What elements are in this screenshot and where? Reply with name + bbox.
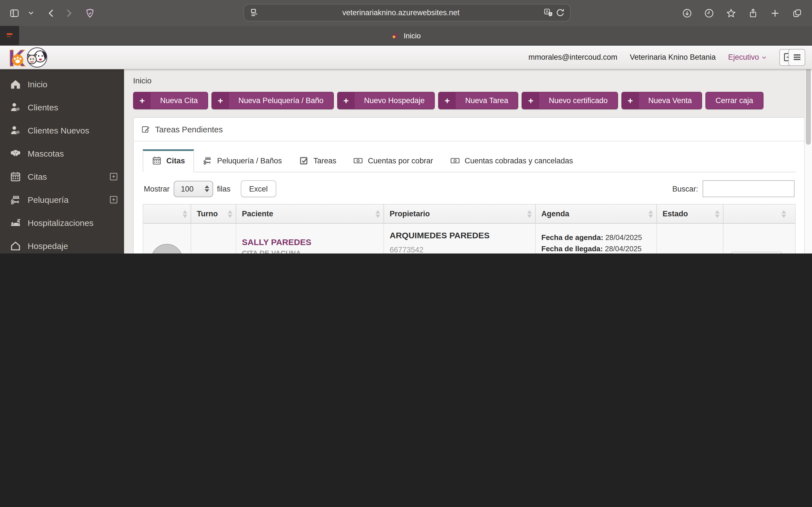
tab-peluqueria-banos[interactable]: Peluquería / Baños (194, 149, 290, 172)
role-dropdown[interactable]: Ejecutivo (728, 53, 767, 61)
table-controls: Mostrar 100 filas Excel Buscar: (144, 180, 795, 197)
screen: veterinariaknino.azurewebsites.net Ax (0, 0, 812, 253)
search-label: Buscar: (672, 184, 698, 193)
citas-table: Turno Paciente Propietario Agenda Estado (143, 204, 796, 253)
excel-button[interactable]: Excel (241, 180, 276, 197)
grooming-icon (10, 194, 21, 206)
address-bar[interactable]: veterinariaknino.azurewebsites.net Ax (244, 4, 571, 21)
tab-citas[interactable]: Citas (143, 149, 194, 172)
col-propietario[interactable]: Propietario (384, 205, 536, 223)
table-row: 01 SALLY PAREDES CITA DE VACUNA Doctor: … (143, 224, 795, 253)
sort-icon (183, 210, 187, 218)
col-opciones[interactable] (723, 205, 790, 223)
action-button-nueva-tarea[interactable]: + Nueva Tarea (438, 92, 518, 109)
patient-name-link[interactable]: SALLY PAREDES (242, 237, 378, 246)
chevron-down-icon[interactable] (22, 4, 40, 21)
plus-icon: + (622, 93, 639, 109)
plus-icon: + (522, 93, 539, 109)
sidebar-item-hospedaje[interactable]: Hospedaje + (0, 234, 124, 253)
reader-icon[interactable] (249, 7, 260, 18)
page-size-select[interactable]: 100 (174, 180, 213, 197)
new-tab-icon[interactable] (766, 4, 783, 21)
appointment-type: CITA DE VACUNA (242, 249, 378, 253)
svg-text:1: 1 (454, 159, 456, 162)
menu-button[interactable] (788, 49, 805, 66)
action-button-nueva-venta[interactable]: + Nueva Venta (621, 92, 702, 109)
app-logo[interactable]: K (7, 46, 54, 68)
show-label: Mostrar (144, 184, 170, 193)
opciones-button[interactable]: Opciones (730, 251, 782, 253)
expand-plus-icon[interactable]: + (110, 173, 117, 180)
page-scrollbar[interactable] (804, 46, 812, 253)
calendar-icon (152, 156, 162, 166)
expand-plus-icon[interactable]: + (110, 196, 117, 203)
action-button-cerrar-caja[interactable]: + Cerrar caja (705, 92, 763, 109)
translate-icon[interactable]: Ax (542, 6, 554, 19)
tab-cuentas-por-cobrar[interactable]: 1 Cuentas por cobrar (345, 149, 442, 172)
sort-icon (375, 210, 380, 218)
tab-overview-icon[interactable] (788, 4, 805, 21)
breadcrumb: Inicio (133, 76, 812, 85)
sidebar-item-hospitalizaciones[interactable]: Hospitalizaciones + (0, 211, 124, 234)
history-icon[interactable] (700, 4, 717, 21)
downloads-icon[interactable] (678, 4, 695, 21)
home-icon (10, 78, 21, 90)
svg-text:x: x (550, 12, 551, 15)
sidebar-item-clientes[interactable]: $ Clientes + (0, 96, 124, 119)
tab-cuentas-cobradas-y-canceladas[interactable]: 1 Cuentas cobradas y canceladas (442, 149, 581, 172)
plus-icon: + (439, 93, 456, 109)
cash-icon: 1 (450, 156, 460, 166)
action-button-nueva-cita[interactable]: + Nueva Cita (133, 92, 208, 109)
favicon-k: K (391, 31, 400, 40)
sidebar-item-label: Clientes Nuevos (28, 126, 89, 135)
tasks-icon (299, 156, 309, 166)
svg-text:$: $ (17, 108, 19, 111)
arrival-date: Fecha de llegada: 28/04/2025 07:49 AM (541, 243, 651, 253)
share-icon[interactable] (744, 4, 761, 21)
sort-icon (649, 210, 653, 218)
reload-icon[interactable] (554, 7, 566, 18)
action-button-nuevo-hospedaje[interactable]: + Nuevo Hospedaje (337, 92, 435, 109)
col-agenda[interactable]: Agenda (536, 205, 657, 223)
col-turno[interactable]: Turno (191, 205, 236, 223)
action-button-nuevo-certificado[interactable]: + Nuevo certificado (522, 92, 618, 109)
clients-icon: $ (10, 124, 21, 136)
tab-strip: Citas Peluquería / Baños Tareas 1 Cuenta… (143, 149, 796, 172)
tab-tareas[interactable]: Tareas (290, 149, 345, 172)
edit-icon (141, 124, 151, 134)
owner-name: ARQUIMEDES PAREDES (390, 230, 529, 240)
sidebar: Inicio + $ Clientes + $ Clientes Nuevos … (0, 69, 124, 253)
sidebar-item-label: Hospitalizaciones (28, 218, 93, 228)
col-avatar[interactable] (143, 205, 191, 223)
shield-extension-icon[interactable] (81, 4, 98, 21)
sidebar-item-mascotas[interactable]: Mascotas + (0, 142, 124, 165)
sidebar-toggle-icon[interactable] (6, 4, 22, 21)
sidebar-item-inicio[interactable]: Inicio + (0, 73, 124, 96)
sidebar-item-citas[interactable]: Citas + (0, 165, 124, 188)
forward-icon[interactable] (60, 4, 77, 21)
browser-tab-inicio[interactable]: K Inicio (0, 26, 812, 45)
sort-icon (228, 210, 232, 218)
browser-tab-title: Inicio (404, 31, 421, 40)
col-estado[interactable]: Estado (657, 205, 723, 223)
svg-text:1: 1 (357, 159, 359, 162)
panel-title: Tareas Pendientes (155, 125, 223, 134)
company-name: Veterinaria Knino Betania (630, 53, 716, 61)
sidebar-item-clientes-nuevos[interactable]: $ Clientes Nuevos + (0, 119, 124, 142)
hospital-icon (10, 217, 21, 229)
bookmarks-star-icon[interactable] (722, 4, 739, 21)
rows-label: filas (217, 184, 231, 193)
pet-avatar (151, 244, 183, 253)
svg-text:$: $ (17, 131, 19, 134)
plus-icon: + (134, 93, 151, 109)
sidebar-item-peluqueria[interactable]: Peluquería + (0, 188, 124, 211)
cash-icon: 1 (353, 156, 363, 166)
back-icon[interactable] (43, 4, 60, 21)
stepper-icon (205, 185, 209, 192)
sort-icon (715, 210, 719, 218)
col-paciente[interactable]: Paciente (236, 205, 384, 223)
action-button-nueva-peluqueria-bano[interactable]: + Nueva Peluquería / Baño (211, 92, 334, 109)
agenda-date: Fecha de agenda: 28/04/2025 (541, 232, 651, 243)
pets-icon (10, 148, 21, 159)
search-input[interactable] (703, 180, 795, 197)
